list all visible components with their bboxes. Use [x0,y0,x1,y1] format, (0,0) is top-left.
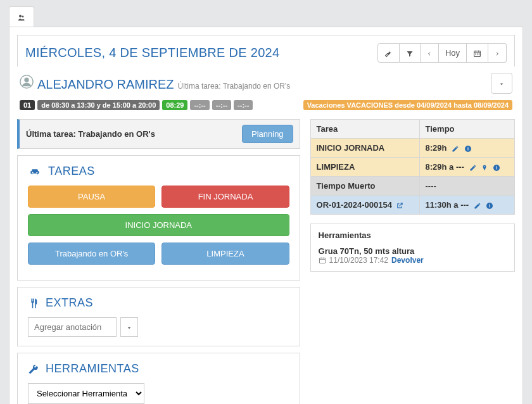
fin-jornada-button[interactable]: FIN JORNADA [162,186,289,208]
calendar-button[interactable] [467,43,488,63]
svg-point-10 [24,78,28,82]
tareas-title: TAREAS [48,165,95,178]
tool-date-text: 11/10/2023 17:42 [329,256,388,265]
tab-group[interactable] [9,6,34,27]
cell-tiempo: 11:30h a --- [426,200,469,210]
svg-rect-21 [490,205,490,208]
person-name: ALEJANDRO RAMIREZ [37,77,174,92]
herramientas-panel: HERRAMIENTAS Seleccionar Herramienta [17,353,300,404]
caret-down-icon [498,82,505,87]
info-icon[interactable] [464,143,472,153]
chevron-left-icon [427,50,432,58]
svg-rect-6 [475,54,476,55]
limpieza-button[interactable]: LIMPIEZA [162,243,289,265]
tool-select[interactable]: Seleccionar Herramienta [28,383,144,404]
badge-schedule: de 08:30 a 13:30 y de 15:00 a 20:00 [37,100,160,110]
tool-name: Grua 70Tn, 50 mts altura [319,246,507,256]
pausa-button[interactable]: PAUSA [28,186,155,208]
svg-point-12 [36,172,37,173]
tareas-panel: TAREAS PAUSA FIN JORNADA INICIO JORNADA … [17,155,300,281]
svg-rect-7 [477,54,478,55]
svg-rect-18 [496,167,497,170]
next-button[interactable] [488,43,507,63]
return-tool-link[interactable]: Devolver [391,256,424,265]
car-icon [28,166,42,177]
cell-tiempo: 8:29h a --- [426,162,464,172]
inicio-jornada-button[interactable]: INICIO JORNADA [28,214,289,236]
herramientas-title: HERRAMIENTAS [46,362,139,376]
last-task-alert: Última tarea: Trabajando en OR's Plannin… [17,119,300,149]
table-row: LIMPIEZA 8:29h a --- [310,158,514,177]
th-tiempo: Tiempo [419,120,514,139]
filter-icon [406,50,414,58]
svg-point-1 [22,15,24,17]
person-subtitle: Última tarea: Trabajando en OR's [178,82,291,91]
tasks-table: Tarea Tiempo INICIO JORNADA 8:29h [310,119,515,215]
extras-panel: EXTRAS [17,287,300,346]
calendar-icon [319,256,326,264]
annotation-dropdown[interactable] [120,317,138,337]
chevron-right-icon [495,50,500,58]
cutlery-icon [28,298,39,309]
date-toolbar: Hoy [377,43,507,63]
badge-dash-1: --:-- [190,100,209,110]
external-link-icon[interactable] [396,200,403,210]
svg-rect-23 [319,258,325,263]
svg-point-0 [19,15,22,17]
cell-tiempo: ---- [426,181,436,191]
badge-dash-2: --:-- [212,100,231,110]
person-menu-button[interactable] [491,73,512,94]
edit-icon[interactable] [469,162,477,172]
pin-icon[interactable] [481,162,488,172]
alert-text: Última tarea: Trabajando en OR's [26,129,155,139]
tools-side-panel: Herramientas Grua 70Tn, 50 mts altura 11… [310,224,515,272]
svg-point-11 [32,172,34,173]
svg-rect-14 [467,148,468,151]
cell-tiempo: 8:29h [426,143,447,153]
prev-button[interactable] [421,43,439,63]
badge-time: 08:29 [162,100,187,110]
cell-tarea: OR-01-2024-000154 [317,200,392,210]
annotation-input[interactable] [28,317,117,337]
svg-point-19 [496,165,497,166]
svg-rect-8 [479,54,480,55]
wrench-icon [28,363,39,375]
wrench-icon [384,49,393,58]
planning-button[interactable]: Planning [242,125,293,143]
info-icon[interactable] [493,162,500,172]
today-button[interactable]: Hoy [439,43,467,63]
page-date-title: MIÉRCOLES, 4 DE SEPTIEMBRE DE 2024 [25,46,279,60]
table-row: Tiempo Muerto ---- [310,177,514,196]
filter-button[interactable] [400,43,421,63]
wrench-button[interactable] [377,43,400,63]
caret-down-icon [127,325,132,331]
extras-title: EXTRAS [46,296,93,310]
badge-dash-3: --:-- [234,100,253,110]
svg-point-15 [467,146,468,147]
badge-num: 01 [20,100,35,110]
badge-vacation: Vacaciones VACACIONES desde 04/09/2024 h… [303,100,512,110]
table-row: INICIO JORNADA 8:29h [310,139,514,158]
info-icon[interactable] [486,200,493,210]
th-tarea: Tarea [310,120,419,139]
svg-point-22 [490,203,490,204]
users-icon [17,14,26,22]
edit-icon[interactable] [474,200,481,210]
cell-tarea: LIMPIEZA [317,162,355,172]
trabajando-ors-button[interactable]: Trabajando en OR's [28,243,155,265]
table-row: OR-01-2024-000154 11:30h a --- [310,196,514,215]
svg-point-16 [484,166,485,167]
user-circle-icon [20,75,34,89]
calendar-icon [473,49,481,58]
edit-icon[interactable] [452,143,459,153]
cell-tarea: INICIO JORNADA [317,143,385,153]
tools-panel-title: Herramientas [319,230,507,240]
cell-tarea: Tiempo Muerto [317,181,376,191]
